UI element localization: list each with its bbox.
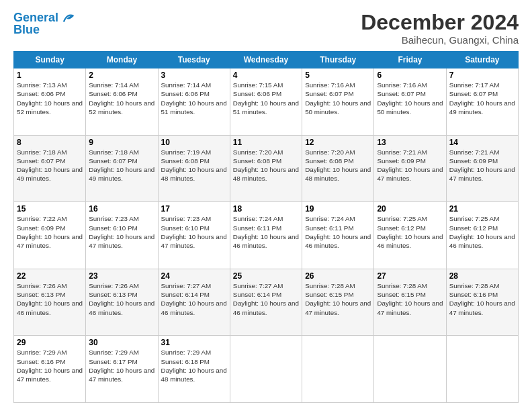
calendar-week-row: 15 Sunrise: 7:22 AM Sunset: 6:09 PM Dayl… (14, 202, 519, 269)
calendar-cell: 10 Sunrise: 7:19 AM Sunset: 6:08 PM Dayl… (158, 135, 230, 202)
calendar-header-friday: Friday (374, 52, 446, 68)
calendar-cell: 29 Sunrise: 7:29 AM Sunset: 6:16 PM Dayl… (14, 336, 86, 403)
calendar-week-row: 1 Sunrise: 7:13 AM Sunset: 6:06 PM Dayli… (14, 68, 519, 136)
day-info: Sunrise: 7:24 AM Sunset: 6:11 PM Dayligh… (305, 214, 371, 250)
day-number: 7 (449, 71, 515, 80)
calendar-cell: 18 Sunrise: 7:24 AM Sunset: 6:11 PM Dayl… (230, 202, 302, 269)
calendar-cell: 31 Sunrise: 7:29 AM Sunset: 6:18 PM Dayl… (158, 336, 230, 403)
calendar-cell: 23 Sunrise: 7:26 AM Sunset: 6:13 PM Dayl… (86, 269, 158, 336)
calendar-cell: 30 Sunrise: 7:29 AM Sunset: 6:17 PM Dayl… (86, 336, 158, 403)
day-number: 22 (17, 271, 83, 281)
calendar-week-row: 8 Sunrise: 7:18 AM Sunset: 6:07 PM Dayli… (14, 135, 519, 202)
day-info: Sunrise: 7:29 AM Sunset: 6:18 PM Dayligh… (161, 348, 227, 383)
calendar-cell: 19 Sunrise: 7:24 AM Sunset: 6:11 PM Dayl… (302, 202, 374, 269)
calendar-header-wednesday: Wednesday (230, 52, 302, 68)
day-number: 1 (17, 71, 83, 80)
day-info: Sunrise: 7:27 AM Sunset: 6:14 PM Dayligh… (161, 281, 227, 317)
day-number: 13 (377, 138, 443, 147)
calendar-cell: 7 Sunrise: 7:17 AM Sunset: 6:07 PM Dayli… (446, 68, 518, 136)
day-number: 28 (449, 271, 515, 281)
day-info: Sunrise: 7:17 AM Sunset: 6:07 PM Dayligh… (449, 81, 515, 116)
calendar-cell: 11 Sunrise: 7:20 AM Sunset: 6:08 PM Dayl… (230, 135, 302, 202)
day-number: 5 (305, 71, 371, 80)
calendar-cell: 20 Sunrise: 7:25 AM Sunset: 6:12 PM Dayl… (374, 202, 446, 269)
calendar-cell: 2 Sunrise: 7:14 AM Sunset: 6:06 PM Dayli… (86, 68, 158, 136)
day-number: 21 (449, 204, 515, 214)
day-info: Sunrise: 7:14 AM Sunset: 6:06 PM Dayligh… (89, 81, 154, 116)
logo-icon (60, 11, 75, 26)
calendar-cell (374, 336, 446, 403)
day-info: Sunrise: 7:15 AM Sunset: 6:06 PM Dayligh… (233, 81, 299, 116)
day-number: 25 (233, 271, 299, 281)
day-info: Sunrise: 7:18 AM Sunset: 6:07 PM Dayligh… (89, 148, 154, 183)
day-number: 29 (17, 338, 83, 347)
day-number: 16 (89, 204, 154, 214)
day-info: Sunrise: 7:29 AM Sunset: 6:17 PM Dayligh… (89, 348, 154, 383)
day-info: Sunrise: 7:20 AM Sunset: 6:08 PM Dayligh… (233, 148, 299, 183)
title-block: December 2024 Baihecun, Guangxi, China (361, 11, 519, 46)
calendar-cell: 15 Sunrise: 7:22 AM Sunset: 6:09 PM Dayl… (14, 202, 86, 269)
calendar-cell: 17 Sunrise: 7:23 AM Sunset: 6:10 PM Dayl… (158, 202, 230, 269)
day-number: 6 (377, 71, 443, 80)
calendar-cell (446, 336, 518, 403)
day-number: 26 (305, 271, 371, 281)
day-info: Sunrise: 7:16 AM Sunset: 6:07 PM Dayligh… (305, 81, 371, 116)
header: General Blue December 2024 Baihecun, Gua… (13, 11, 519, 46)
day-info: Sunrise: 7:13 AM Sunset: 6:06 PM Dayligh… (17, 81, 83, 116)
calendar-cell: 26 Sunrise: 7:28 AM Sunset: 6:15 PM Dayl… (302, 269, 374, 336)
day-info: Sunrise: 7:14 AM Sunset: 6:06 PM Dayligh… (161, 81, 227, 116)
day-info: Sunrise: 7:18 AM Sunset: 6:07 PM Dayligh… (17, 148, 83, 183)
calendar-cell: 12 Sunrise: 7:20 AM Sunset: 6:08 PM Dayl… (302, 135, 374, 202)
logo: General Blue (13, 11, 75, 37)
calendar-header-tuesday: Tuesday (158, 52, 230, 68)
day-info: Sunrise: 7:26 AM Sunset: 6:13 PM Dayligh… (89, 281, 154, 317)
calendar-cell: 1 Sunrise: 7:13 AM Sunset: 6:06 PM Dayli… (14, 68, 86, 136)
day-number: 27 (377, 271, 443, 281)
day-number: 8 (17, 138, 83, 147)
calendar-header-row: SundayMondayTuesdayWednesdayThursdayFrid… (14, 52, 519, 68)
day-info: Sunrise: 7:22 AM Sunset: 6:09 PM Dayligh… (17, 214, 83, 250)
day-info: Sunrise: 7:28 AM Sunset: 6:15 PM Dayligh… (377, 281, 443, 317)
day-number: 24 (161, 271, 227, 281)
day-number: 2 (89, 71, 154, 80)
calendar-cell: 13 Sunrise: 7:21 AM Sunset: 6:09 PM Dayl… (374, 135, 446, 202)
day-number: 3 (161, 71, 227, 80)
calendar-cell: 22 Sunrise: 7:26 AM Sunset: 6:13 PM Dayl… (14, 269, 86, 336)
day-info: Sunrise: 7:29 AM Sunset: 6:16 PM Dayligh… (17, 348, 83, 383)
day-number: 31 (161, 338, 227, 347)
day-number: 4 (233, 71, 299, 80)
calendar-header-sunday: Sunday (14, 52, 86, 68)
calendar-cell: 24 Sunrise: 7:27 AM Sunset: 6:14 PM Dayl… (158, 269, 230, 336)
day-info: Sunrise: 7:16 AM Sunset: 6:07 PM Dayligh… (377, 81, 443, 116)
calendar-subtitle: Baihecun, Guangxi, China (361, 34, 519, 46)
day-number: 9 (89, 138, 154, 147)
day-number: 23 (89, 271, 154, 281)
calendar-cell: 27 Sunrise: 7:28 AM Sunset: 6:15 PM Dayl… (374, 269, 446, 336)
calendar-cell: 4 Sunrise: 7:15 AM Sunset: 6:06 PM Dayli… (230, 68, 302, 136)
day-info: Sunrise: 7:26 AM Sunset: 6:13 PM Dayligh… (17, 281, 83, 317)
day-number: 12 (305, 138, 371, 147)
day-number: 15 (17, 204, 83, 214)
day-info: Sunrise: 7:28 AM Sunset: 6:16 PM Dayligh… (449, 281, 515, 317)
day-number: 11 (233, 138, 299, 147)
calendar-header-saturday: Saturday (446, 52, 518, 68)
day-info: Sunrise: 7:25 AM Sunset: 6:12 PM Dayligh… (377, 214, 443, 250)
calendar-cell: 14 Sunrise: 7:21 AM Sunset: 6:09 PM Dayl… (446, 135, 518, 202)
calendar-cell: 28 Sunrise: 7:28 AM Sunset: 6:16 PM Dayl… (446, 269, 518, 336)
calendar-week-row: 22 Sunrise: 7:26 AM Sunset: 6:13 PM Dayl… (14, 269, 519, 336)
calendar-header-thursday: Thursday (302, 52, 374, 68)
page: General Blue December 2024 Baihecun, Gua… (0, 0, 532, 411)
day-number: 30 (89, 338, 154, 347)
calendar-cell: 3 Sunrise: 7:14 AM Sunset: 6:06 PM Dayli… (158, 68, 230, 136)
day-number: 14 (449, 138, 515, 147)
calendar-cell: 5 Sunrise: 7:16 AM Sunset: 6:07 PM Dayli… (302, 68, 374, 136)
calendar-cell (230, 336, 302, 403)
calendar-cell: 6 Sunrise: 7:16 AM Sunset: 6:07 PM Dayli… (374, 68, 446, 136)
day-info: Sunrise: 7:21 AM Sunset: 6:09 PM Dayligh… (449, 148, 515, 183)
day-number: 17 (161, 204, 227, 214)
day-info: Sunrise: 7:23 AM Sunset: 6:10 PM Dayligh… (89, 214, 154, 250)
day-number: 10 (161, 138, 227, 147)
day-info: Sunrise: 7:23 AM Sunset: 6:10 PM Dayligh… (161, 214, 227, 250)
calendar-cell: 16 Sunrise: 7:23 AM Sunset: 6:10 PM Dayl… (86, 202, 158, 269)
day-info: Sunrise: 7:28 AM Sunset: 6:15 PM Dayligh… (305, 281, 371, 317)
